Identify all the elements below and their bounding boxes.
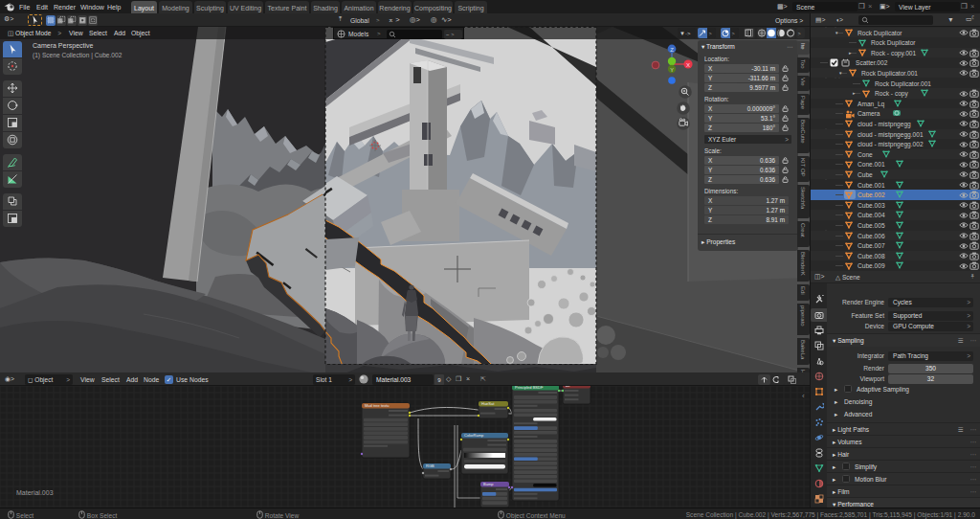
svg-text:All: All <box>566 386 570 388</box>
svg-text:Mud tree textu: Mud tree textu <box>365 403 390 408</box>
svg-text:Z: Z <box>670 47 674 53</box>
svg-text:RGB: RGB <box>426 463 434 468</box>
svg-text:HueSat: HueSat <box>481 401 495 406</box>
svg-text:Bump: Bump <box>483 482 494 486</box>
svg-text:ColorRamp: ColorRamp <box>464 433 484 438</box>
svg-text:X: X <box>686 62 690 68</box>
svg-text:Principled BSDF: Principled BSDF <box>515 386 544 390</box>
svg-text:Y: Y <box>670 67 674 73</box>
